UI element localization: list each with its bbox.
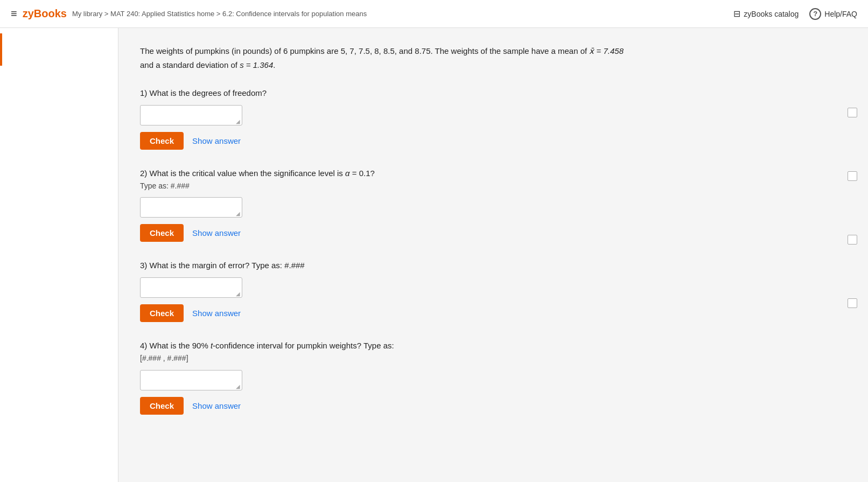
input-wrapper-1: ◢ [140, 105, 242, 125]
sidebar [0, 28, 118, 482]
check-button-3[interactable]: Check [140, 304, 184, 322]
check-button-2[interactable]: Check [140, 224, 184, 242]
catalog-link[interactable]: ⊟ zyBooks catalog [733, 9, 799, 19]
help-icon: ? [809, 8, 821, 20]
main-content: The weights of pumpkins (in pounds) of 6… [118, 28, 868, 482]
checkbox-2[interactable] [848, 171, 857, 181]
help-link[interactable]: ? Help/FAQ [809, 8, 857, 20]
help-label: Help/FAQ [824, 10, 857, 18]
check-button-1[interactable]: Check [140, 132, 184, 150]
question-text-2: What is the critical value when the sign… [150, 169, 375, 178]
show-answer-button-4[interactable]: Show answer [192, 401, 241, 410]
catalog-label: zyBooks catalog [744, 10, 799, 18]
question-hint-2: Type as: #.### [140, 180, 625, 192]
question-text-1: What is the degrees of freedom? [150, 88, 267, 97]
problem-intro: The weights of pumpkins (in pounds) of 6… [140, 44, 625, 72]
checkbox-1[interactable] [848, 108, 857, 117]
catalog-icon: ⊟ [733, 9, 740, 19]
btn-row-4: Check Show answer [140, 397, 625, 415]
question-number-1: 1) [140, 88, 147, 97]
layout: The weights of pumpkins (in pounds) of 6… [0, 28, 868, 482]
show-answer-button-2[interactable]: Show answer [192, 228, 241, 237]
hamburger-menu[interactable]: ≡ [11, 8, 17, 20]
question-number-2: 2) [140, 169, 147, 178]
question-text-3: What is the margin of error? Type as: #.… [150, 261, 305, 270]
breadcrumb: My library > MAT 240: Applied Statistics… [72, 10, 367, 18]
question-label-2: 2) What is the critical value when the s… [140, 167, 625, 192]
check-button-4[interactable]: Check [140, 397, 184, 415]
question-number-4: 4) [140, 341, 147, 350]
question-label-3: 3) What is the margin of error? Type as:… [140, 259, 625, 272]
answer-input-4[interactable] [140, 370, 242, 390]
nav-right: ⊟ zyBooks catalog ? Help/FAQ [733, 8, 857, 20]
input-wrapper-3: ◢ [140, 277, 242, 298]
right-checkboxes [848, 108, 857, 308]
input-wrapper-2: ◢ [140, 197, 242, 218]
question-block-4: 4) What is the 90% t-confidence interval… [140, 339, 625, 414]
show-answer-button-1[interactable]: Show answer [192, 136, 241, 145]
question-block-3: 3) What is the margin of error? Type as:… [140, 259, 625, 322]
nav-left: ≡ zyBooks My library > MAT 240: Applied … [11, 8, 367, 20]
question-block-1: 1) What is the degrees of freedom? ◢ Che… [140, 87, 625, 150]
answer-input-3[interactable] [140, 277, 242, 298]
checkbox-4[interactable] [848, 298, 857, 308]
question-number-3: 3) [140, 261, 147, 270]
zy-logo: zyBooks [23, 8, 67, 20]
intro-text: The weights of pumpkins (in pounds) of 6… [140, 46, 587, 55]
top-nav: ≡ zyBooks My library > MAT 240: Applied … [0, 0, 868, 28]
answer-input-2[interactable] [140, 197, 242, 218]
answer-input-1[interactable] [140, 105, 242, 125]
question-label-4: 4) What is the 90% t-confidence interval… [140, 339, 625, 364]
input-wrapper-4: ◢ [140, 370, 242, 390]
question-text-4: What is the 90% t-confidence interval fo… [150, 341, 394, 350]
btn-row-3: Check Show answer [140, 304, 625, 322]
sidebar-accent-bar [0, 33, 2, 66]
checkbox-3[interactable] [848, 235, 857, 245]
btn-row-1: Check Show answer [140, 132, 625, 150]
question-block-2: 2) What is the critical value when the s… [140, 167, 625, 242]
question-hint-4: [#.### , #.###] [140, 352, 625, 364]
show-answer-button-3[interactable]: Show answer [192, 309, 241, 318]
question-label-1: 1) What is the degrees of freedom? [140, 87, 625, 100]
btn-row-2: Check Show answer [140, 224, 625, 242]
